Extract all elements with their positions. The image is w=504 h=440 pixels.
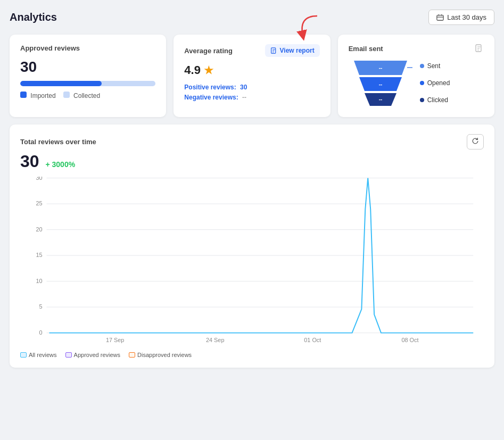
- disapproved-reviews-legend-label: Disapproved reviews: [137, 352, 192, 358]
- approved-reviews-legend-swatch: [65, 352, 72, 358]
- chart-title: Total reviews over time: [20, 138, 96, 146]
- funnel-opened-row: Opened: [420, 79, 450, 87]
- email-report-icon: [475, 44, 484, 53]
- svg-text:10: 10: [36, 278, 42, 284]
- email-card-header: Email sent: [349, 44, 484, 53]
- positive-reviews-row: Positive reviews: 30: [184, 84, 319, 91]
- svg-text:30: 30: [36, 177, 42, 181]
- avg-rating-card: Average rating View report 4.9 ★ Positiv…: [173, 35, 330, 117]
- chart-big-number: 30: [20, 152, 39, 171]
- svg-text:17 Sep: 17 Sep: [106, 337, 124, 343]
- chart-card: Total reviews over time 30 + 3000% 0 5 1: [10, 124, 494, 368]
- chart-area: 0 5 10 15 20 25 30 17 Sep 24 Sep 01 Oct …: [20, 177, 484, 348]
- svg-text:15: 15: [36, 252, 42, 258]
- svg-text:--: --: [378, 65, 382, 71]
- funnel-svg-wrap: -- -- --: [349, 58, 412, 107]
- funnel-clicked-row: Clicked: [420, 96, 450, 104]
- svg-text:5: 5: [39, 303, 43, 310]
- approved-progress-fill: [20, 81, 102, 86]
- imported-legend-item: Imported: [20, 92, 56, 99]
- legend-all-reviews: All reviews: [20, 352, 57, 358]
- funnel-chart: -- -- --: [349, 58, 412, 106]
- page-title: Analytics: [10, 11, 57, 23]
- all-reviews-legend-label: All reviews: [29, 352, 57, 358]
- star-icon: ★: [204, 64, 213, 77]
- legend-approved-reviews: Approved reviews: [65, 352, 120, 358]
- collected-legend-item: Collected: [63, 92, 100, 99]
- date-range-button[interactable]: Last 30 days: [428, 10, 494, 25]
- sent-label: Sent: [427, 62, 441, 70]
- chart-summary: 30 + 3000%: [20, 152, 484, 171]
- imported-dot: [20, 92, 27, 98]
- imported-label: Imported: [30, 92, 55, 99]
- page-header: Analytics Last 30 days: [10, 10, 494, 25]
- svg-rect-0: [437, 15, 443, 20]
- svg-text:0: 0: [39, 329, 43, 336]
- refresh-icon: [472, 137, 479, 145]
- collected-dot: [63, 92, 70, 98]
- clicked-label: Clicked: [427, 96, 448, 104]
- rating-display: 4.9 ★: [184, 63, 319, 77]
- funnel-labels: Sent Opened Clicked: [420, 62, 450, 104]
- disapproved-reviews-legend-swatch: [129, 352, 135, 358]
- email-card-title: Email sent: [349, 45, 383, 53]
- negative-value: --: [242, 94, 246, 101]
- collected-label: Collected: [73, 92, 100, 99]
- legend-disapproved-reviews: Disapproved reviews: [129, 352, 192, 358]
- view-report-button[interactable]: View report: [265, 44, 320, 57]
- chart-percent-change: + 3000%: [45, 160, 75, 169]
- svg-text:25: 25: [36, 200, 42, 206]
- email-sent-card: Email sent -- --: [338, 35, 494, 117]
- opened-label: Opened: [427, 79, 450, 87]
- funnel-container: -- -- -- Sent Opened: [349, 58, 484, 107]
- refresh-button[interactable]: [467, 134, 484, 150]
- funnel-sent-row: Sent: [420, 62, 450, 70]
- svg-text:08 Oct: 08 Oct: [401, 337, 418, 343]
- all-reviews-legend-swatch: [20, 352, 27, 358]
- sent-dot: [420, 64, 424, 68]
- approved-progress-bar: [20, 81, 155, 86]
- top-cards-row: Approved reviews 30 Imported Collected A…: [10, 35, 494, 117]
- line-chart-svg: 0 5 10 15 20 25 30 17 Sep 24 Sep 01 Oct …: [20, 177, 484, 347]
- approved-reviews-legend-label: Approved reviews: [74, 352, 120, 358]
- clicked-dot: [420, 98, 424, 102]
- svg-text:--: --: [378, 81, 382, 87]
- report-icon: [270, 47, 277, 54]
- approved-reviews-card: Approved reviews 30 Imported Collected: [10, 35, 166, 117]
- rating-value: 4.9: [184, 63, 201, 77]
- approved-legend: Imported Collected: [20, 92, 155, 99]
- chart-legend: All reviews Approved reviews Disapproved…: [20, 352, 484, 358]
- negative-reviews-row: Negative reviews: --: [184, 94, 319, 101]
- approved-card-title: Approved reviews: [20, 44, 155, 52]
- positive-value: 30: [240, 84, 247, 91]
- svg-text:--: --: [378, 96, 382, 102]
- chart-header: Total reviews over time: [20, 134, 484, 150]
- avg-card-title: Average rating: [184, 47, 233, 55]
- svg-text:01 Oct: 01 Oct: [304, 337, 321, 343]
- approved-card-count: 30: [20, 59, 155, 76]
- avg-card-header: Average rating View report: [184, 44, 319, 57]
- svg-text:20: 20: [36, 226, 42, 233]
- opened-dot: [420, 81, 424, 85]
- svg-text:24 Sep: 24 Sep: [206, 337, 224, 343]
- calendar-icon: [436, 14, 444, 21]
